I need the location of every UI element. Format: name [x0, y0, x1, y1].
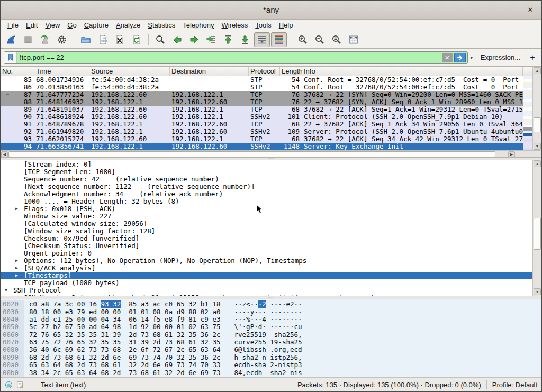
- zoom-out-button[interactable]: [312, 32, 328, 47]
- detail-line[interactable]: [Calculated window size: 29056]: [1, 220, 532, 227]
- menu-item-capture[interactable]: Capture: [80, 20, 112, 30]
- detail-line[interactable]: ▶[SEQ/ACK analysis]: [1, 265, 532, 272]
- add-filter-button[interactable]: +: [527, 53, 538, 62]
- column-header-info[interactable]: Info: [302, 67, 523, 76]
- open-file-button[interactable]: [78, 32, 94, 47]
- zoom-original-button[interactable]: [329, 32, 345, 47]
- detail-line[interactable]: ▼SSH Protocol: [1, 287, 532, 294]
- restart-capture-button[interactable]: [37, 32, 53, 47]
- detail-line[interactable]: ▶Options: (12 bytes), No-Operation (NOP)…: [1, 257, 532, 265]
- save-file-button[interactable]: 11010110: [95, 32, 111, 47]
- details-scroll-up-arrow[interactable]: ▲: [534, 160, 541, 167]
- go-first-button[interactable]: [220, 32, 236, 47]
- stop-capture-button[interactable]: [20, 32, 36, 47]
- hex-row[interactable]: 00a065 63 64 68 2d 73 68 61 32 2d 6e 69 …: [1, 361, 541, 369]
- details-scrollbar[interactable]: ▲ ▼: [532, 160, 541, 296]
- capture-comment-icon[interactable]: [16, 381, 24, 389]
- scroll-down-arrow[interactable]: ▼: [534, 143, 541, 150]
- hex-row[interactable]: 006072 76 65 32 35 35 31 39 2d 73 68 61 …: [1, 331, 541, 339]
- expand-icon[interactable]: ▶: [15, 294, 18, 296]
- filter-clear-button[interactable]: ✕: [442, 53, 453, 62]
- column-header-length[interactable]: Length: [280, 67, 302, 76]
- packet-row-92[interactable]: 9271.661949820192.168.122.1192.168.122.6…: [1, 128, 523, 135]
- start-capture-button[interactable]: [3, 32, 19, 47]
- filter-apply-button[interactable]: [454, 53, 466, 62]
- zoom-in-button[interactable]: [295, 32, 311, 47]
- details-scroll-down-arrow[interactable]: ▼: [534, 288, 541, 295]
- close-window-button[interactable]: ✕: [526, 5, 535, 15]
- packet-minimap[interactable]: [523, 76, 532, 150]
- detail-line[interactable]: Urgent pointer: 0: [1, 250, 532, 257]
- find-packet-button[interactable]: [152, 32, 168, 47]
- hex-row[interactable]: 003080 18 00 e3 79 ed 00 00 01 01 08 0a …: [1, 308, 541, 316]
- close-file-button[interactable]: [112, 32, 128, 47]
- detail-line[interactable]: ▶SSH Version 2 (encryption:chacha20-poly…: [1, 294, 532, 296]
- detail-line[interactable]: [Stream index: 0]: [1, 161, 532, 168]
- filter-history-dropdown[interactable]: ▾: [468, 55, 475, 60]
- collapse-icon[interactable]: ▼: [5, 287, 7, 294]
- column-header-destination[interactable]: Destination: [170, 67, 249, 76]
- packet-row-90[interactable]: 9071.648618924192.168.122.60192.168.122.…: [1, 113, 523, 121]
- detail-line[interactable]: ▶[Timestamps]: [1, 272, 532, 279]
- detail-line[interactable]: Window size value: 227: [1, 213, 532, 220]
- expand-icon[interactable]: ▶: [15, 257, 18, 265]
- packet-row-86[interactable]: 8670.013850163fe:54:00:d4:38:2aSTP54Conf…: [1, 84, 523, 91]
- scroll-right-arrow[interactable]: ▶: [508, 151, 515, 157]
- scrollbar-thumb[interactable]: [534, 117, 541, 132]
- packet-list-scrollbar[interactable]: ▲ ▼: [532, 67, 541, 150]
- profile-status[interactable]: Profile: Default: [492, 381, 537, 389]
- menu-item-analyze[interactable]: Analyze: [112, 20, 144, 30]
- expression-button[interactable]: Expression...: [481, 53, 520, 61]
- packet-row-88[interactable]: 8871.648146932192.168.122.1192.168.122.6…: [1, 98, 523, 106]
- menu-item-view[interactable]: View: [41, 20, 64, 30]
- column-header-protocol[interactable]: Protocol: [249, 67, 280, 76]
- go-last-button[interactable]: [237, 32, 253, 47]
- detail-line[interactable]: ▶Flags: 0x018 (PSH, ACK): [1, 205, 532, 213]
- go-to-packet-button[interactable]: [203, 32, 219, 47]
- details-scrollbar-thumb[interactable]: [534, 218, 541, 250]
- packet-row-93[interactable]: 9371.662015274192.168.122.60192.168.122.…: [1, 135, 523, 143]
- detail-line[interactable]: Acknowledgment number: 34 (relative ack …: [1, 190, 532, 198]
- expand-icon[interactable]: ▶: [15, 205, 18, 213]
- column-header-no[interactable]: No.: [1, 67, 34, 76]
- hex-row[interactable]: 009068 2d 73 68 61 32 2d 6e 69 73 74 70 …: [1, 354, 541, 361]
- colorize-button[interactable]: [271, 32, 287, 47]
- scroll-up-arrow[interactable]: ▲: [534, 67, 541, 74]
- detail-line[interactable]: TCP payload (1080 bytes): [1, 279, 532, 287]
- menu-item-wireless[interactable]: Wireless: [218, 20, 252, 30]
- menu-item-go[interactable]: Go: [64, 20, 80, 30]
- scroll-left-arrow[interactable]: ◀: [1, 151, 8, 157]
- menu-item-file[interactable]: File: [4, 20, 22, 30]
- hscrollbar-thumb[interactable]: [8, 151, 495, 157]
- packet-row-94[interactable]: 9471.663856741192.168.122.1192.168.122.6…: [1, 143, 523, 150]
- packet-row-85[interactable]: 8568.001734936fe:54:00:d4:38:2aSTP54Conf…: [1, 76, 523, 84]
- packet-list-hscrollbar[interactable]: ◀ ▶: [1, 150, 541, 157]
- filter-bookmark-button[interactable]: [4, 52, 17, 63]
- packet-row-89[interactable]: 8971.648191037192.168.122.60192.168.122.…: [1, 106, 523, 113]
- expand-icon[interactable]: ▶: [15, 272, 18, 279]
- detail-line[interactable]: [TCP Segment Len: 1080]: [1, 168, 532, 176]
- packet-row-87[interactable]: 8771.647777234192.168.122.60192.168.122.…: [1, 91, 523, 98]
- hex-row[interactable]: 0020c0 a8 7a 3c 00 16 93 32 85 a3 ac c0 …: [1, 300, 541, 308]
- display-filter-input[interactable]: [17, 52, 442, 63]
- detail-line[interactable]: [Window size scaling factor: 128]: [1, 227, 532, 235]
- column-header-source[interactable]: Source: [89, 67, 170, 76]
- go-back-button[interactable]: [169, 32, 185, 47]
- detail-line[interactable]: [Checksum Status: Unverified]: [1, 242, 532, 250]
- display-filter-field[interactable]: ✕: [4, 51, 468, 64]
- auto-scroll-button[interactable]: [254, 32, 270, 47]
- menu-item-help[interactable]: Help: [275, 20, 297, 30]
- detail-line[interactable]: Checksum: 0x79ed [unverified]: [1, 235, 532, 242]
- detail-line[interactable]: 1000 .... = Header Length: 32 bytes (8): [1, 198, 532, 205]
- hex-row[interactable]: 00b038 34 2c 65 63 64 68 2d 73 68 61 32 …: [1, 369, 541, 377]
- hex-row[interactable]: 008036 40 6c 69 62 73 73 68 2e 6f 72 67 …: [1, 346, 541, 353]
- detail-line[interactable]: Sequence number: 42 (relative sequence n…: [1, 176, 532, 183]
- menu-item-statistics[interactable]: Statistics: [144, 20, 179, 30]
- column-header-time[interactable]: Time: [34, 67, 89, 76]
- hex-row[interactable]: 0040a1 dd c1 25 00 00 04 34 06 14 f5 e8 …: [1, 316, 541, 323]
- menu-item-edit[interactable]: Edit: [22, 20, 41, 30]
- go-forward-button[interactable]: [186, 32, 202, 47]
- menu-item-telephony[interactable]: Telephony: [179, 20, 218, 30]
- menu-item-tools[interactable]: Tools: [251, 20, 275, 30]
- hex-row[interactable]: 007063 75 72 76 65 32 35 35 31 39 2d 73 …: [1, 339, 541, 346]
